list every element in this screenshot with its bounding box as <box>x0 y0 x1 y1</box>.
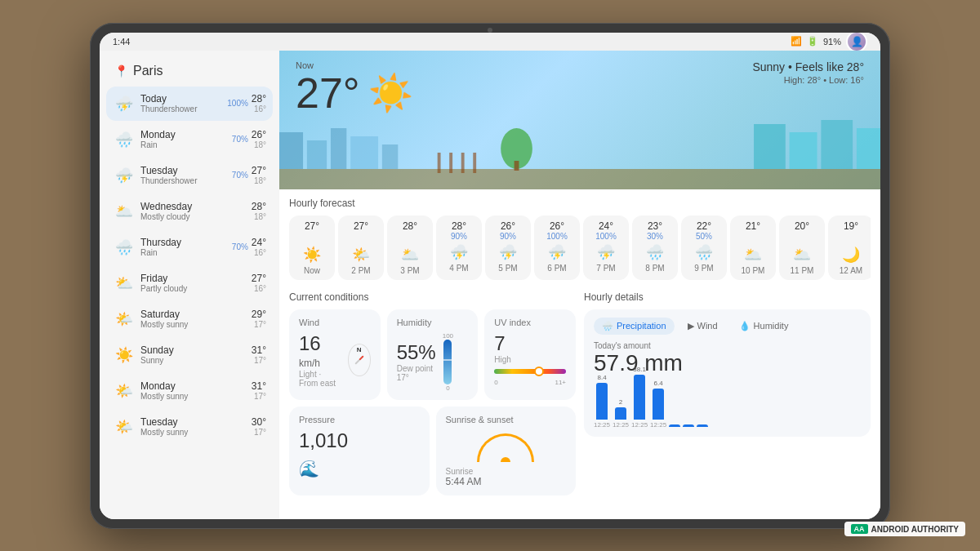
hour-item[interactable]: 26° 90% ⛈️ 5 PM <box>485 216 531 280</box>
day-name: Monday <box>140 129 232 140</box>
tab-humidity[interactable]: 💧 Humidity <box>731 318 797 335</box>
hour-item[interactable]: 20° 🌥️ 11 PM <box>779 216 825 280</box>
day-temps: 30° 17° <box>252 416 266 437</box>
day-precip: 70% <box>232 171 248 180</box>
location-header[interactable]: 📍 Paris <box>106 59 273 87</box>
sidebar-item-sunday[interactable]: ☀️ Sunday Sunny 31° 17° <box>106 338 273 372</box>
day-info: Tuesday Mostly sunny <box>140 416 252 437</box>
day-low: 18° <box>254 140 266 149</box>
hour-precip: 30% <box>647 232 663 241</box>
avatar[interactable]: 👤 <box>846 33 867 52</box>
hour-icon: 🌥️ <box>744 246 762 264</box>
day-weather-icon: 🌥️ <box>113 200 136 223</box>
hour-item[interactable]: 24° 100% ⛈️ 7 PM <box>583 216 629 280</box>
wind-card: Wind 16 km/h Light · From east <box>289 309 381 400</box>
hour-item[interactable]: 19° 🌙 12 AM <box>828 216 871 280</box>
hour-item[interactable]: 22° 50% 🌧️ 9 PM <box>681 216 727 280</box>
high-low: High: 28° • Low: 16° <box>752 75 864 85</box>
sidebar-item-friday[interactable]: ⛅ Friday Partly cloudy 27° 16° <box>106 266 273 300</box>
svg-rect-0 <box>279 169 880 189</box>
day-weather-icon: 🌧️ <box>113 128 136 151</box>
sunrise-sun <box>501 457 510 462</box>
hourly-details-panel: 🌧️ Precipitation ▶ Wind 💧 <box>584 309 871 437</box>
hour-temp: 22° <box>697 220 711 232</box>
bar-label: 12:25 <box>612 421 629 429</box>
hour-icon: 🌤️ <box>352 246 370 264</box>
bar-label: 12:25 <box>650 421 666 429</box>
bar <box>683 424 694 427</box>
hour-icon: 🌥️ <box>793 246 811 264</box>
hour-icon: ⛈️ <box>597 243 615 261</box>
day-name: Sunday <box>140 344 252 356</box>
day-condition: Rain <box>140 140 232 149</box>
sidebar-item-monday[interactable]: 🌤️ Monday Mostly sunny 31° 17° <box>106 374 273 408</box>
day-condition: Partly cloudy <box>140 284 252 293</box>
compass-arrow <box>354 355 363 364</box>
wind-title: Wind <box>299 318 371 327</box>
sunrise-time: 5:44 AM <box>446 476 567 487</box>
day-name: Friday <box>140 273 252 284</box>
sidebar-item-monday[interactable]: 🌧️ Monday Rain 70% 26° 18° <box>106 122 273 157</box>
hourly-details-col: Hourly details 🌧️ Precipitation ▶ <box>584 291 871 502</box>
day-condition: Mostly cloudy <box>140 212 252 221</box>
sidebar-item-today[interactable]: ⛈️ Today Thundershower 100% 28° 16° <box>106 87 273 121</box>
hour-item[interactable]: 27° ☀️ Now <box>289 216 335 280</box>
day-low: 18° <box>254 176 266 185</box>
sunrise-title: Sunrise & sunset <box>446 415 567 424</box>
status-bar: 1:44 📶 🔋 91% 👤 <box>100 33 880 51</box>
hour-item[interactable]: 21° 🌥️ 10 PM <box>730 216 776 280</box>
tab-wind[interactable]: ▶ Wind <box>679 318 726 335</box>
hour-item[interactable]: 28° 🌥️ 3 PM <box>387 216 433 280</box>
day-high: 24° <box>252 237 266 248</box>
hour-item[interactable]: 23° 30% 🌧️ 8 PM <box>632 216 678 280</box>
tab-precipitation[interactable]: 🌧️ Precipitation <box>594 318 675 335</box>
svg-rect-8 <box>821 120 853 169</box>
day-low: 16° <box>254 248 266 257</box>
sidebar-item-tuesday[interactable]: 🌤️ Tuesday Mostly sunny 30° 17° <box>106 410 273 444</box>
day-info: Friday Partly cloudy <box>140 273 252 293</box>
day-info: Saturday Mostly sunny <box>140 309 252 329</box>
bar-group <box>683 416 694 429</box>
todays-amount-label: Today's amount <box>594 341 861 350</box>
day-high: 26° <box>252 129 266 140</box>
day-temps: 26° 18° <box>252 129 266 149</box>
hour-icon: 🌥️ <box>401 246 419 264</box>
hourly-forecast-title: Hourly forecast <box>289 198 871 209</box>
day-high: 29° <box>252 309 266 320</box>
bar-group: 2 12:25 <box>612 398 629 429</box>
day-temps: 27° 16° <box>252 273 266 293</box>
day-high: 28° <box>252 93 266 104</box>
hour-item[interactable]: 28° 90% ⛈️ 4 PM <box>436 216 482 280</box>
humidity-card: Humidity 55% Dew point 17° 100 <box>387 309 479 400</box>
svg-rect-7 <box>790 132 817 169</box>
day-temps: 27° 18° <box>252 165 266 185</box>
day-precip: 70% <box>232 242 248 251</box>
bar-label: 12:25 <box>594 421 610 429</box>
svg-rect-5 <box>382 144 398 169</box>
main-area: Now 27° ☀️ Sunny • Feels like 28° High: … <box>279 51 880 519</box>
day-weather-icon: 🌤️ <box>113 308 136 331</box>
sidebar-item-wednesday[interactable]: 🌥️ Wednesday Mostly cloudy 28° 18° <box>106 194 273 229</box>
battery-percent: 91% <box>823 37 841 47</box>
bar-group: 8.4 12:25 <box>594 374 610 429</box>
hour-temp: 28° <box>452 220 466 232</box>
sidebar-item-tuesday[interactable]: ⛈️ Tuesday Thundershower 70% 27° 18° <box>106 158 273 193</box>
hour-precip: 50% <box>696 232 712 241</box>
uv-card: UV index 7 High 011+ <box>484 309 576 400</box>
hour-item[interactable]: 26° 100% ⛈️ 6 PM <box>534 216 580 280</box>
hour-item[interactable]: 27° 🌤️ 2 PM <box>338 216 384 280</box>
feels-like: Sunny • Feels like 28° <box>752 60 864 73</box>
hour-label: Now <box>304 266 320 275</box>
hourly-details-title: Hourly details <box>584 291 871 303</box>
hour-temp: 21° <box>746 220 760 232</box>
hour-temp: 26° <box>501 220 515 232</box>
svg-rect-3 <box>331 128 346 169</box>
wind-unit: km/h <box>299 358 320 369</box>
precip-icon: 🌧️ <box>602 321 613 331</box>
sidebar-item-thursday[interactable]: 🌧️ Thursday Rain 70% 24° 16° <box>106 230 273 264</box>
sunrise-label: Sunrise <box>446 467 567 476</box>
sunrise-visual <box>446 429 567 462</box>
uv-indicator <box>534 367 544 376</box>
day-precip: 70% <box>232 135 248 144</box>
sidebar-item-saturday[interactable]: 🌤️ Saturday Mostly sunny 29° 17° <box>106 302 273 336</box>
